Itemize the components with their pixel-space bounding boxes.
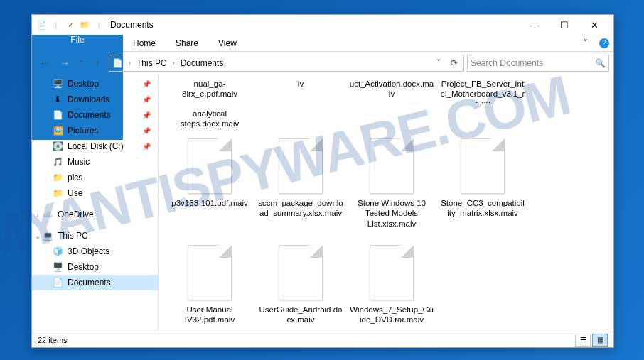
nav-row: ← → ˅ ↑ 📄 › This PC › Documents ˅ ⟳ Sear… bbox=[32, 52, 613, 75]
titlebar: 📄 | ✓ 📁 | Documents — ☐ ✕ bbox=[32, 15, 613, 35]
file-item[interactable]: User Manual IV32.pdf.maiv bbox=[164, 241, 255, 332]
file-item[interactable]: iv bbox=[255, 75, 346, 103]
sidebar-item-use[interactable]: 📁Use bbox=[32, 185, 158, 201]
chevron-right-icon[interactable]: › bbox=[33, 211, 42, 219]
sidebar-item-desktop[interactable]: 🖥️Desktop📌 bbox=[32, 76, 158, 92]
sidebar-item-label: This PC bbox=[58, 231, 88, 241]
sidebar-item-local-disk-c-[interactable]: 💽Local Disk (C:)📌 bbox=[32, 138, 158, 154]
sidebar-item-documents[interactable]: 📄Documents📌 bbox=[32, 107, 158, 123]
item-icon: 🧊 bbox=[52, 246, 63, 256]
minimize-button[interactable]: — bbox=[520, 16, 549, 33]
file-name: p3v133-101.pdf.maiv bbox=[171, 198, 247, 208]
history-dropdown[interactable]: ˅ bbox=[76, 55, 86, 72]
file-item[interactable]: Stone_CC3_compatibility_matrix.xlsx.maiv bbox=[437, 134, 528, 239]
pin-icon: 📌 bbox=[142, 143, 151, 151]
item-count: 22 items bbox=[38, 336, 68, 344]
refresh-button[interactable]: ⟳ bbox=[448, 58, 461, 68]
file-name: uct_Activation.docx.maiv bbox=[349, 79, 434, 99]
file-thumbnail bbox=[370, 245, 414, 300]
file-name: Stone Windows 10 Tested Models List.xlsx… bbox=[349, 198, 434, 229]
back-button[interactable]: ← bbox=[36, 55, 53, 72]
view-icons-button[interactable]: ▦ bbox=[592, 334, 608, 347]
file-item[interactable]: Windows_7_Setup_Guide_DVD.rar.maiv bbox=[346, 241, 437, 332]
tab-view[interactable]: View bbox=[208, 35, 247, 51]
sidebar-item-downloads[interactable]: ⬇Downloads📌 bbox=[32, 92, 158, 107]
pin-icon: 📌 bbox=[142, 127, 151, 135]
item-icon: 📁 bbox=[52, 173, 63, 182]
help-button[interactable]: ? bbox=[595, 35, 613, 51]
tab-home[interactable]: Home bbox=[123, 35, 166, 51]
address-dropdown[interactable]: ˅ bbox=[432, 58, 445, 68]
qat-folder-icon[interactable]: 📁 bbox=[79, 19, 90, 31]
sidebar-thispc[interactable]: ⌄ 💻 This PC bbox=[32, 228, 158, 244]
qat-properties-icon[interactable]: 📄 bbox=[36, 19, 48, 31]
item-icon: 📄 bbox=[52, 278, 63, 288]
file-item[interactable]: Project_FB_Server_Intel_Motherboard_v3.1… bbox=[437, 75, 528, 103]
sidebar-item-documents[interactable]: 📄Documents bbox=[32, 275, 158, 290]
chevron-right-icon[interactable]: › bbox=[170, 60, 178, 67]
view-details-button[interactable]: ☰ bbox=[575, 334, 591, 347]
sidebar-item-label: Documents bbox=[68, 278, 111, 288]
item-icon: 🎵 bbox=[52, 157, 63, 167]
file-name: Project_FB_Server_Intel_Motherboard_v3.1… bbox=[440, 79, 525, 103]
file-item[interactable]: sccm_package_download_summary.xlsx.maiv bbox=[255, 134, 346, 239]
file-item[interactable]: uct_Activation.docx.maiv bbox=[346, 75, 437, 103]
file-thumbnail bbox=[188, 138, 232, 194]
breadcrumb-documents[interactable]: Documents bbox=[181, 58, 224, 68]
file-item[interactable]: Stone Windows 10 Tested Models List.xlsx… bbox=[346, 134, 437, 239]
chevron-right-icon[interactable]: › bbox=[126, 60, 134, 67]
pin-icon: 📌 bbox=[142, 96, 151, 104]
search-input[interactable]: Search Documents 🔍 bbox=[467, 55, 609, 72]
qat-check-icon[interactable]: ✓ bbox=[65, 19, 76, 31]
sidebar-onedrive[interactable]: › ☁️ OneDrive bbox=[32, 207, 158, 222]
maximize-button[interactable]: ☐ bbox=[549, 16, 579, 33]
folder-icon: 📄 bbox=[112, 58, 123, 68]
search-icon: 🔍 bbox=[595, 58, 606, 68]
ribbon-expand-button[interactable]: ˅ bbox=[576, 35, 595, 51]
file-name: nual_ga-8irx_e.pdf.maiv bbox=[167, 79, 252, 99]
sidebar-item-label: Desktop bbox=[68, 262, 99, 272]
sidebar-item-pics[interactable]: 📁pics bbox=[32, 170, 158, 185]
file-item[interactable]: nual_ga-8irx_e.pdf.maiv bbox=[164, 75, 255, 103]
sidebar-item-3d-objects[interactable]: 🧊3D Objects bbox=[32, 244, 158, 259]
file-thumbnail bbox=[461, 138, 505, 194]
cloud-icon: ☁️ bbox=[42, 209, 53, 219]
nav-pane[interactable]: 🖥️Desktop📌⬇Downloads📌📄Documents📌🖼️Pictur… bbox=[32, 75, 159, 332]
file-item[interactable]: UserGuide_Android.docx.maiv bbox=[255, 241, 346, 332]
close-button[interactable]: ✕ bbox=[579, 16, 609, 33]
sidebar-item-pictures[interactable]: 🖼️Pictures📌 bbox=[32, 123, 158, 138]
file-item[interactable]: p3v133-101.pdf.maiv bbox=[164, 134, 255, 239]
pin-icon: 📌 bbox=[142, 111, 151, 119]
forward-button[interactable]: → bbox=[56, 55, 73, 72]
sidebar-item-music[interactable]: 🎵Music bbox=[32, 154, 158, 170]
file-view[interactable]: nual_ga-8irx_e.pdf.maivivuct_Activation.… bbox=[159, 75, 613, 332]
sidebar-item-desktop[interactable]: 🖥️Desktop bbox=[32, 259, 158, 275]
tab-share[interactable]: Share bbox=[166, 35, 208, 51]
file-thumbnail bbox=[279, 138, 323, 194]
up-button[interactable]: ↑ bbox=[89, 55, 106, 72]
chevron-down-icon[interactable]: ⌄ bbox=[33, 232, 42, 240]
file-name: User Manual IV32.pdf.maiv bbox=[167, 305, 252, 325]
sidebar-item-label: OneDrive bbox=[58, 209, 94, 219]
search-placeholder: Search Documents bbox=[471, 58, 543, 68]
file-thumbnail bbox=[370, 138, 414, 194]
file-name: iv bbox=[298, 79, 304, 89]
address-bar[interactable]: 📄 › This PC › Documents ˅ ⟳ bbox=[109, 55, 464, 72]
sidebar-item-label: Documents bbox=[68, 110, 111, 120]
sidebar-item-label: Desktop bbox=[68, 79, 99, 89]
sidebar-item-label: 3D Objects bbox=[68, 246, 109, 256]
pin-icon: 📌 bbox=[142, 80, 151, 88]
sidebar-item-label: pics bbox=[68, 173, 82, 182]
file-item[interactable]: analytical steps.docx.maiv bbox=[164, 104, 255, 133]
pc-icon: 💻 bbox=[42, 231, 53, 241]
sidebar-item-label: Local Disk (C:) bbox=[68, 141, 124, 151]
sidebar-item-label: Pictures bbox=[68, 126, 98, 136]
item-icon: 📁 bbox=[52, 188, 63, 198]
sidebar-item-label: Use bbox=[68, 188, 82, 198]
window-title: Documents bbox=[110, 20, 154, 30]
sidebar-item-label: Downloads bbox=[68, 94, 109, 104]
sidebar-item-label: Music bbox=[68, 157, 90, 167]
breadcrumb-thispc[interactable]: This PC bbox=[136, 58, 167, 68]
item-icon: 🖼️ bbox=[52, 126, 63, 136]
qat-sep: | bbox=[50, 19, 62, 31]
